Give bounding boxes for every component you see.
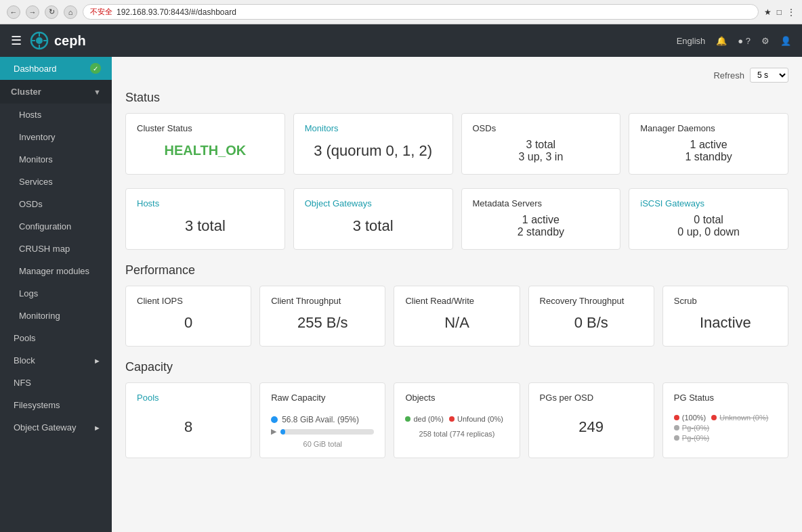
osds-label: OSDs <box>19 199 43 209</box>
metadata-servers-title: Metadata Servers <box>473 198 610 208</box>
object-gateway-label: Object Gateway <box>14 422 77 433</box>
iscsi-line1: 0 total <box>677 214 740 226</box>
ded-dot <box>405 416 410 422</box>
client-iops-value: 0 <box>184 314 192 332</box>
sidebar-item-logs[interactable]: Logs <box>0 282 112 305</box>
sidebar-item-hosts[interactable]: Hosts <box>0 104 112 126</box>
sidebar-item-object-gateway[interactable]: Object Gateway ► <box>0 416 112 439</box>
cluster-label: Cluster <box>11 87 41 97</box>
client-read-write-value: N/A <box>444 314 469 332</box>
monitors-title[interactable]: Monitors <box>305 123 442 133</box>
sidebar-item-monitors[interactable]: Monitors <box>0 148 112 171</box>
pg-label-3: Pg-(0%) <box>682 434 709 442</box>
logo: ceph <box>30 31 86 50</box>
client-iops-title: Client IOPS <box>137 296 240 306</box>
raw-capacity-card: Raw Capacity 56.8 GiB Avail. (95%) ▶ <box>259 382 385 458</box>
user-icon[interactable]: 👤 <box>780 36 791 46</box>
capacity-total: 60 GiB total <box>271 440 374 448</box>
sidebar-item-services[interactable]: Services <box>0 171 112 193</box>
status-row-2: Hosts 3 total Object Gateways 3 total Me… <box>125 188 788 250</box>
objects-title: Objects <box>405 393 508 403</box>
refresh-btn[interactable]: ↻ <box>45 5 58 19</box>
sidebar-item-manager-modules[interactable]: Manager modules <box>0 260 112 282</box>
manager-modules-label: Manager modules <box>19 266 89 276</box>
crush-map-label: CRUSH map <box>19 244 70 254</box>
ded-label: ded (0%) <box>413 415 444 423</box>
unfound-dot <box>449 416 455 422</box>
recovery-throughput-card: Recovery Throughput 0 B/s <box>528 286 654 347</box>
dashboard-label: Dashboard <box>14 64 57 74</box>
browser-icons: ★ □ ⋮ <box>764 7 795 17</box>
object-gateways-card: Object Gateways 3 total <box>293 188 453 250</box>
avail-label: 56.8 GiB Avail. (95%) <box>282 415 359 424</box>
recovery-throughput-title: Recovery Throughput <box>540 296 643 306</box>
iscsi-line2: 0 up, 0 down <box>677 226 740 238</box>
status-row-1: Cluster Status HEALTH_OK Monitors 3 (quo… <box>125 113 788 175</box>
cluster-chevron: ▼ <box>93 88 101 96</box>
object-gateways-value: 3 total <box>353 217 394 235</box>
hosts-value: 3 total <box>185 217 226 235</box>
monitoring-label: Monitoring <box>19 311 60 321</box>
monitors-value: 3 (quorum 0, 1, 2) <box>314 142 432 160</box>
sidebar-item-filesystems[interactable]: Filesystems <box>0 394 112 416</box>
sidebar-item-monitoring[interactable]: Monitoring <box>0 305 112 327</box>
sidebar-item-inventory[interactable]: Inventory <box>0 126 112 148</box>
monitors-card: Monitors 3 (quorum 0, 1, 2) <box>293 113 453 175</box>
pg-status-card: PG Status (100%) Unknown (0%) Pg-(0%) <box>662 382 788 458</box>
refresh-bar: Refresh 5 s 10 s 30 s <box>125 68 788 83</box>
metadata-line1: 1 active <box>518 214 564 226</box>
sidebar-item-configuration[interactable]: Configuration <box>0 215 112 238</box>
capacity-row: Pools 8 Raw Capacity 56.8 GiB Avail. (95… <box>125 382 788 458</box>
sidebar-item-pools[interactable]: Pools <box>0 327 112 349</box>
osds-line1: 3 total <box>518 139 563 151</box>
capacity-section: Capacity Pools 8 Raw Capacity 56.8 GiB A… <box>125 360 788 458</box>
inventory-label: Inventory <box>19 132 55 142</box>
help-icon[interactable]: ● ? <box>738 36 751 46</box>
pgs-per-osd-card: PGs per OSD 249 <box>528 382 654 458</box>
iscsi-title[interactable]: iSCSI Gateways <box>640 198 777 208</box>
address-bar[interactable]: 不安全 192.168.93.70:8443/#/dashboard <box>83 4 759 20</box>
sidebar-cluster-header[interactable]: Cluster ▼ <box>0 80 112 104</box>
back-btn[interactable]: ← <box>7 5 20 19</box>
pools-label: Pools <box>14 333 36 343</box>
pgs-per-osd-value: 249 <box>578 418 604 436</box>
filesystems-label: Filesystems <box>14 400 60 410</box>
bell-icon[interactable]: 🔔 <box>716 36 727 46</box>
hosts-title[interactable]: Hosts <box>137 198 274 208</box>
pg-label-2: Pg-(0%) <box>682 424 709 432</box>
client-throughput-title: Client Throughput <box>271 296 374 306</box>
block-label: Block <box>14 355 35 365</box>
client-iops-card: Client IOPS 0 <box>125 286 251 347</box>
osds-title: OSDs <box>473 123 610 133</box>
raw-capacity-title: Raw Capacity <box>271 393 374 403</box>
sidebar-item-osds[interactable]: OSDs <box>0 193 112 215</box>
hosts-label: Hosts <box>19 110 41 120</box>
forward-btn[interactable]: → <box>26 5 39 19</box>
ceph-logo-icon <box>30 31 49 50</box>
iscsi-gateways-card: iSCSI Gateways 0 total 0 up, 0 down <box>629 188 788 250</box>
cluster-status-title: Cluster Status <box>137 123 274 133</box>
nfs-label: NFS <box>14 378 31 388</box>
monitors-label: Monitors <box>19 154 53 164</box>
hamburger-icon[interactable]: ☰ <box>11 33 22 48</box>
gear-icon[interactable]: ⚙ <box>761 36 769 46</box>
app-header: ☰ ceph English 🔔 ● ? ⚙ 👤 <box>0 24 802 57</box>
main-content: Refresh 5 s 10 s 30 s Status Cluster Sta… <box>112 57 802 532</box>
pg-dot-unknown <box>711 415 717 420</box>
sidebar-item-nfs[interactable]: NFS <box>0 372 112 394</box>
header-right: English 🔔 ● ? ⚙ 👤 <box>677 36 791 46</box>
pools-card-title[interactable]: Pools <box>137 393 240 403</box>
sidebar-item-crush-map[interactable]: CRUSH map <box>0 238 112 260</box>
sidebar-item-dashboard[interactable]: Dashboard ✓ <box>0 57 112 80</box>
scrub-value: Inactive <box>700 314 751 332</box>
pools-card: Pools 8 <box>125 382 251 458</box>
browser-bar: ← → ↻ ⌂ 不安全 192.168.93.70:8443/#/dashboa… <box>0 0 802 24</box>
refresh-select[interactable]: 5 s 10 s 30 s <box>750 68 788 83</box>
object-gateways-title[interactable]: Object Gateways <box>305 198 442 208</box>
manager-line1: 1 active <box>685 139 732 151</box>
sidebar-item-block[interactable]: Block ► <box>0 349 112 372</box>
language-selector[interactable]: English <box>677 36 706 46</box>
home-btn[interactable]: ⌂ <box>64 5 77 19</box>
configuration-label: Configuration <box>19 221 71 231</box>
objects-total: 258 total (774 replicas) <box>405 430 508 438</box>
